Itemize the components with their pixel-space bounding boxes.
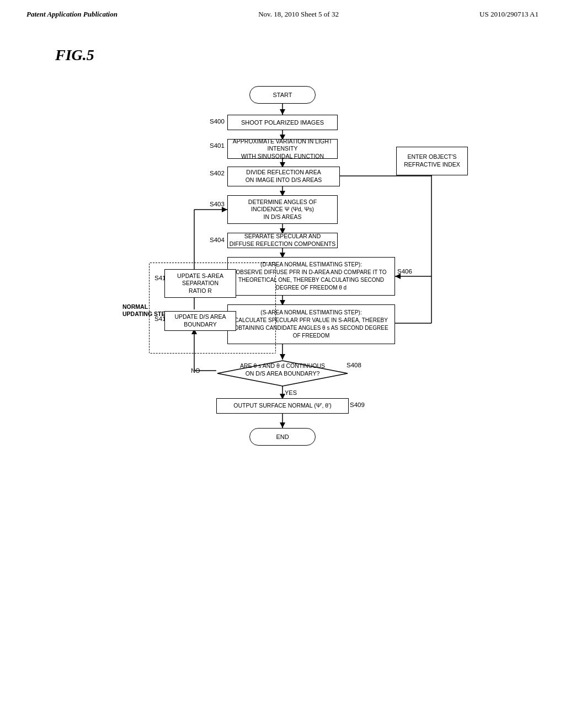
no-label: NO [191, 367, 200, 374]
s405-node: ENTER OBJECT'S REFRACTIVE INDEX [396, 147, 468, 175]
s402-label: S402 [210, 170, 225, 176]
svg-marker-15 [280, 354, 285, 360]
s409-node: OUTPUT SURFACE NORMAL (Ψ', θ') [216, 398, 349, 414]
s409-label: S409 [350, 402, 365, 408]
svg-marker-25 [222, 207, 227, 212]
yes-label: YES [285, 389, 297, 396]
s401-label: S401 [210, 142, 225, 149]
header-publication: Patent Application Publication [26, 10, 118, 19]
header-date-sheet: Nov. 18, 2010 Sheet 5 of 32 [258, 10, 339, 19]
start-node: START [249, 86, 316, 104]
normal-updating-label: NORMAL UPDATING STEP [122, 296, 169, 318]
end-node: END [249, 428, 316, 446]
s407-diamond: ARE θ s AND θ d CONTINUOUS ON D/S AREA B… [216, 360, 349, 387]
s406-label: S406 [397, 268, 412, 275]
s401-node: APPROXIMATE VARIATION IN LIGHT INTENSITY… [227, 139, 338, 159]
s408-label: S408 [347, 362, 361, 368]
s403-node: DETERMINE ANGLES OF INCIDENCE Ψ (Ψd, Ψs)… [227, 195, 338, 224]
flowchart: START S400 SHOOT POLARIZED IMAGES S401 A… [45, 75, 520, 671]
s400-label: S400 [210, 118, 225, 125]
s411-node: UPDATE D/S AREA BOUNDARY [164, 311, 236, 331]
svg-marker-1 [280, 109, 285, 115]
s410-node: UPDATE S-AREA SEPARATION RATIO R [164, 269, 236, 298]
page-content: FIG.5 [0, 24, 565, 693]
page-header: Patent Application Publication Nov. 18, … [0, 0, 565, 24]
header-patent-number: US 2010/290713 A1 [479, 10, 539, 19]
s402-node: DIVIDE REFLECTION AREA ON IMAGE INTO D/S… [227, 167, 340, 186]
s403-label: S403 [210, 201, 225, 207]
s400-node: SHOOT POLARIZED IMAGES [227, 115, 338, 130]
fig-title: FIG.5 [55, 46, 532, 64]
s404-label: S404 [210, 237, 225, 243]
s404-node: SEPARATE SPECULAR AND DIFFUSE REFLECTION… [227, 233, 338, 248]
s407-text: ARE θ s AND θ d CONTINUOUS ON D/S AREA B… [240, 362, 325, 377]
svg-marker-35 [280, 422, 285, 428]
